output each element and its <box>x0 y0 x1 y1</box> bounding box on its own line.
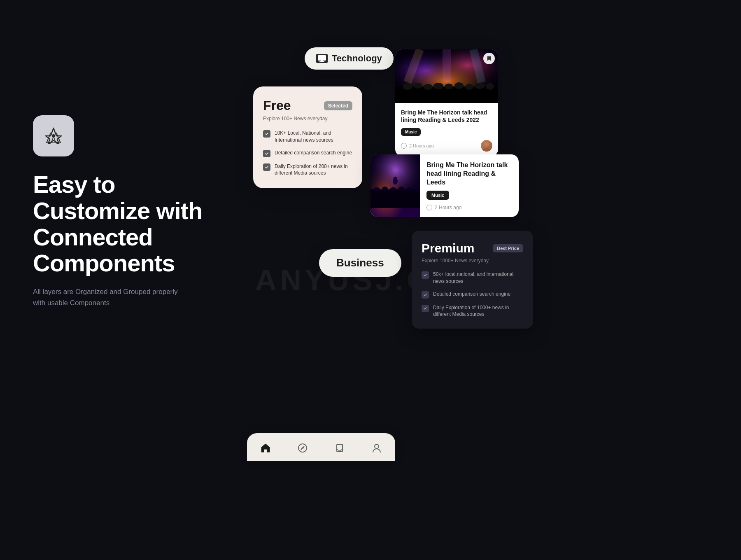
bottom-nav-bar <box>247 433 395 461</box>
check-icon-2 <box>263 150 270 157</box>
svg-rect-5 <box>319 61 324 62</box>
news-image-large <box>395 49 498 103</box>
free-plan-title: Free <box>263 98 291 113</box>
svg-rect-2 <box>56 142 59 144</box>
news-medium-content: Bring Me The Horizon talk head lining Re… <box>420 154 519 217</box>
nav-profile-icon[interactable] <box>370 441 383 455</box>
premium-plan-card: Premium Best Price Explore 1000+ News ev… <box>412 231 533 329</box>
news-large-content: Bring Me The Horizon talk head lining Re… <box>395 103 498 156</box>
svg-point-15 <box>445 84 453 89</box>
svg-point-27 <box>382 187 388 191</box>
svg-point-13 <box>424 84 433 90</box>
free-feature-3: Daily Exploration of 200+ news in differ… <box>263 163 352 177</box>
svg-rect-1 <box>48 142 51 144</box>
clock-icon-large <box>401 143 407 149</box>
hero-section: Easy to Customize with Connected Compone… <box>33 115 231 309</box>
premium-feature-3: Daily Exploration of 1000+ news in diffe… <box>422 304 523 318</box>
svg-point-33 <box>394 177 397 180</box>
premium-check-icon-2 <box>422 291 429 299</box>
music-badge-large: Music <box>401 128 421 136</box>
premium-feature-2: Detailed comparison search engine <box>422 291 523 299</box>
premium-feature-1: 50k+ local,national, and international n… <box>422 271 523 285</box>
monitor-icon <box>316 54 328 63</box>
nav-home-icon[interactable] <box>259 441 272 455</box>
premium-card-header: Premium Best Price <box>422 241 523 255</box>
news-card-large[interactable]: Bring Me The Horizon talk head lining Re… <box>395 49 498 156</box>
premium-feature-list: 50k+ local,national, and international n… <box>422 271 523 318</box>
svg-point-17 <box>465 84 473 90</box>
check-icon-1 <box>263 130 270 138</box>
check-icon-3 <box>263 163 270 171</box>
news-image-medium <box>370 154 420 217</box>
news-meta-large: 2 Hours ago <box>401 140 492 152</box>
svg-point-26 <box>373 187 380 191</box>
svg-point-19 <box>486 83 494 90</box>
news-medium-title: Bring Me The Horizon talk head lining Re… <box>426 161 512 187</box>
technology-pill[interactable]: Technology <box>305 47 394 70</box>
premium-plan-title: Premium <box>422 241 474 255</box>
svg-point-16 <box>454 82 464 89</box>
free-plan-card: Free Selected Explore 100+ News everyday… <box>253 86 362 188</box>
svg-rect-25 <box>370 189 420 208</box>
nav-bookmark-icon[interactable] <box>333 441 346 455</box>
business-label: Business <box>336 257 384 269</box>
svg-rect-3 <box>318 55 326 61</box>
best-price-badge: Best Price <box>493 244 523 252</box>
svg-point-36 <box>375 444 379 448</box>
svg-point-30 <box>406 187 413 191</box>
svg-point-29 <box>398 187 404 191</box>
author-avatar-large <box>481 140 492 152</box>
music-badge-medium: Music <box>426 191 449 200</box>
free-plan-subtitle: Explore 100+ News everyday <box>263 116 352 121</box>
concert-photo <box>395 49 498 103</box>
concert-crowd-photo <box>370 154 420 217</box>
free-card-header: Free Selected <box>263 98 352 113</box>
hero-subtitle: All layers are Organized and Grouped pro… <box>33 286 181 308</box>
clock-icon-medium <box>426 205 432 210</box>
svg-point-28 <box>390 187 396 191</box>
news-time-large: 2 Hours ago <box>401 143 434 149</box>
free-feature-2: Detailed comparison search engine <box>263 149 352 157</box>
svg-point-20 <box>484 142 489 147</box>
news-card-medium[interactable]: Bring Me The Horizon talk head lining Re… <box>370 154 519 217</box>
hero-title: Easy to Customize with Connected Compone… <box>33 171 231 276</box>
technology-label: Technology <box>332 53 382 64</box>
svg-point-14 <box>433 83 443 89</box>
svg-point-18 <box>475 83 485 89</box>
premium-check-icon-1 <box>422 271 429 279</box>
nav-compass-icon[interactable] <box>296 441 309 455</box>
app-icon <box>33 115 74 156</box>
svg-point-11 <box>403 83 412 90</box>
free-feature-1: 10K+ Local, National, and International … <box>263 130 352 144</box>
news-time-medium: 2 Hours ago <box>426 205 512 210</box>
svg-point-12 <box>414 83 422 89</box>
svg-point-34 <box>298 444 307 452</box>
svg-point-21 <box>482 148 491 152</box>
premium-check-icon-3 <box>422 305 429 312</box>
free-feature-list: 10K+ Local, National, and International … <box>263 130 352 177</box>
pen-tool-icon <box>42 125 65 147</box>
premium-plan-subtitle: Explore 1000+ News everyday <box>422 258 523 264</box>
business-pill[interactable]: Business <box>319 249 401 277</box>
save-button-large[interactable] <box>483 53 495 64</box>
news-large-title: Bring Me The Horizon talk head lining Re… <box>401 109 492 124</box>
selected-badge: Selected <box>324 101 352 110</box>
